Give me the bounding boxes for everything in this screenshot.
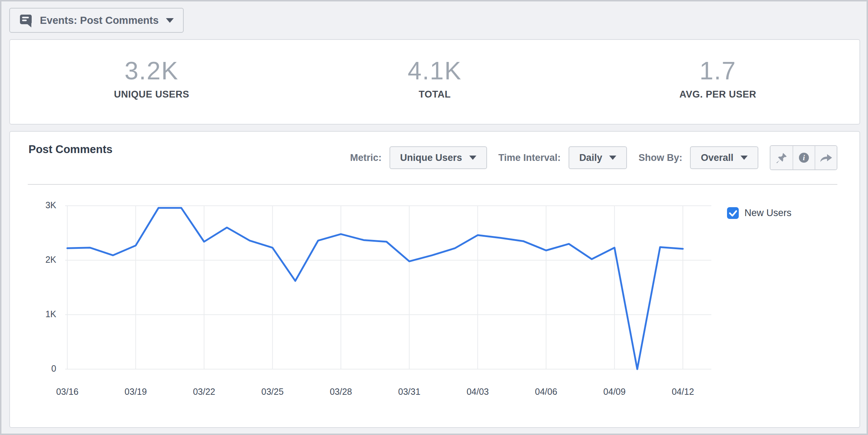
stat-label: UNIQUE USERS [114, 89, 189, 100]
x-axis-tick-label: 04/09 [590, 387, 639, 397]
y-axis-tick-label: 0 [22, 363, 56, 374]
show-by-dropdown[interactable]: Overall [690, 146, 758, 169]
y-axis-tick-label: 3K [22, 200, 56, 210]
events-selector-button[interactable]: Events: Post Comments [9, 8, 184, 33]
metric-value: Unique Users [400, 152, 462, 163]
chart-panel: Post Comments Metric: Unique Users Time … [9, 131, 860, 428]
show-by-label: Show By: [638, 152, 682, 163]
chart-legend: New Users [727, 207, 791, 219]
x-axis-tick-label: 03/16 [42, 387, 92, 397]
header-divider [28, 184, 837, 185]
line-chart-plot [65, 200, 713, 376]
share-button[interactable] [815, 146, 837, 169]
time-interval-value: Daily [579, 152, 602, 163]
analytics-page: Events: Post Comments 3.2K UNIQUE USERS … [0, 0, 868, 435]
chevron-down-icon [166, 18, 174, 23]
stat-value: 1.7 [700, 58, 736, 83]
metric-label: Metric: [350, 152, 382, 163]
chevron-down-icon [741, 156, 748, 160]
summary-stats-panel: 3.2K UNIQUE USERS 4.1K TOTAL 1.7 AVG. PE… [9, 39, 860, 125]
stat-label: AVG. PER USER [679, 89, 756, 100]
pin-button[interactable] [770, 146, 793, 169]
stat-avg-per-user: 1.7 AVG. PER USER [576, 40, 859, 124]
y-axis-tick-label: 1K [22, 309, 56, 319]
stat-value: 3.2K [125, 58, 179, 83]
comment-note-icon [19, 13, 33, 27]
series-line-new-users [67, 208, 683, 369]
show-by-value: Overall [701, 152, 733, 163]
x-axis-tick-label: 03/19 [111, 387, 161, 397]
x-axis-tick-label: 03/28 [316, 387, 366, 397]
checkmark-icon [727, 207, 739, 219]
chart-controls: Metric: Unique Users Time Interval: Dail… [350, 146, 837, 169]
stat-label: TOTAL [419, 89, 451, 100]
chart-action-buttons: i [770, 145, 837, 170]
stat-unique-users: 3.2K UNIQUE USERS [10, 40, 293, 124]
y-axis-tick-label: 2K [22, 255, 56, 265]
events-selector-label: Events: Post Comments [40, 15, 159, 26]
time-interval-label: Time Interval: [498, 152, 561, 163]
chevron-down-icon [469, 156, 476, 160]
pin-icon [775, 151, 788, 164]
stat-total: 4.1K TOTAL [293, 40, 576, 124]
time-interval-dropdown[interactable]: Daily [569, 146, 627, 169]
legend-checkbox-checked[interactable] [727, 207, 739, 219]
legend-series-label: New Users [744, 208, 791, 219]
x-axis-tick-label: 03/25 [247, 387, 297, 397]
svg-text:i: i [803, 153, 805, 162]
info-icon: i [798, 151, 810, 164]
info-button[interactable]: i [793, 146, 815, 169]
stat-value: 4.1K [408, 58, 462, 83]
chevron-down-icon [609, 156, 616, 160]
x-axis-tick-label: 04/03 [453, 387, 503, 397]
x-axis-tick-label: 04/06 [521, 387, 571, 397]
chart-title: Post Comments [28, 143, 113, 156]
share-icon [819, 151, 833, 164]
x-axis-tick-label: 03/31 [385, 387, 434, 397]
x-axis-tick-label: 04/12 [658, 387, 708, 397]
metric-dropdown[interactable]: Unique Users [389, 146, 487, 169]
x-axis-tick-label: 03/22 [179, 387, 229, 397]
